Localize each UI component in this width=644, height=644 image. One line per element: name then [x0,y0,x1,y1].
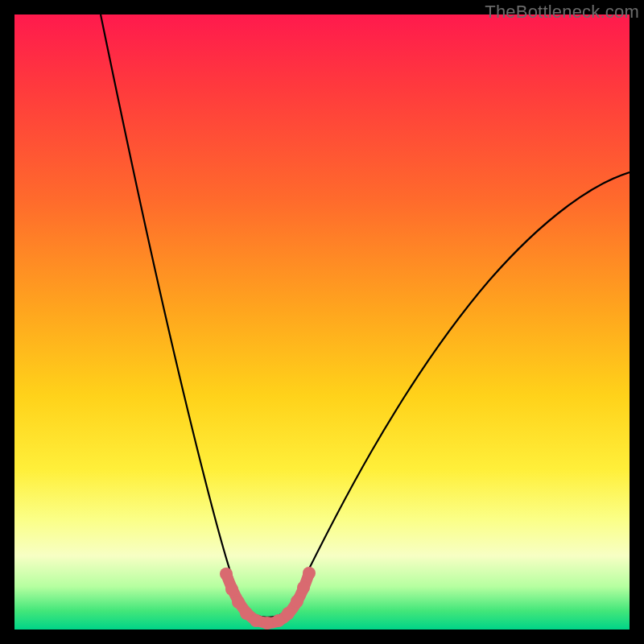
valley-highlight-dots [220,567,316,630]
svg-point-7 [282,607,295,620]
svg-point-8 [291,595,303,608]
svg-point-4 [250,614,262,627]
svg-point-2 [232,596,245,609]
curve-left-branch [101,14,242,605]
chart-frame [14,14,630,630]
svg-point-0 [220,568,233,580]
svg-point-5 [261,617,274,630]
svg-point-9 [297,581,310,594]
watermark-text: TheBottleneck.com [485,2,639,23]
svg-point-10 [303,567,316,580]
svg-point-1 [225,583,238,596]
curve-right-branch [291,172,630,605]
chart-curves [14,14,630,630]
